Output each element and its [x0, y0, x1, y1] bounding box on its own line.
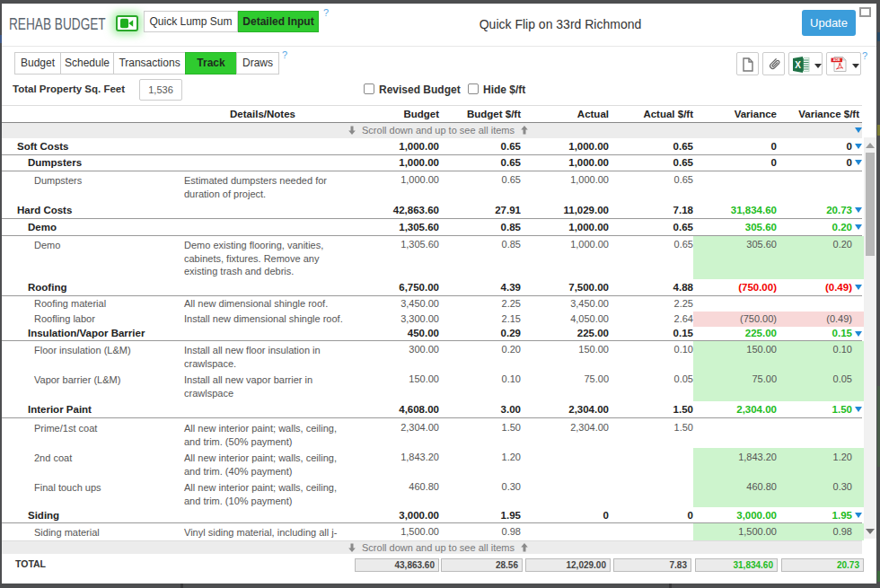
svg-text:ADB: ADB: [833, 58, 840, 62]
svg-text:X: X: [795, 60, 801, 70]
